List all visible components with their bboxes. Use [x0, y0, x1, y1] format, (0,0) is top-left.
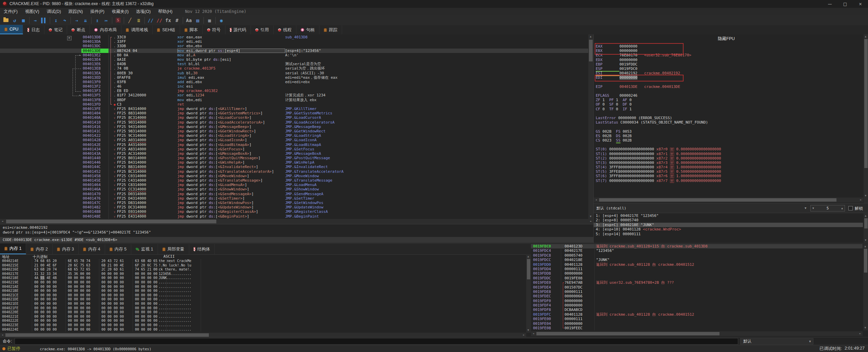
stack-row[interactable]: 0019FE08└0019FEEC — [531, 326, 863, 330]
menu-item[interactable]: 插件(P) — [86, 9, 108, 15]
spinner-down-icon[interactable]: ▼ — [811, 207, 816, 210]
dump-byte[interactable]: 00 — [107, 315, 112, 318]
argument-row[interactable]: 5: [esp+14] 00000111 — [594, 232, 863, 236]
disasm-row[interactable]: 004013D8┌.33C0xor eax,eaxsub_4013D8 — [0, 35, 588, 39]
breakpoint-icon[interactable]: ● — [114, 103, 115, 106]
dump-row[interactable]: 004021CE00 00 00 0000 00 00 0000 00 00 0… — [0, 293, 526, 298]
dump-byte[interactable]: 00 — [114, 328, 118, 331]
dump-byte[interactable]: 00 — [114, 280, 118, 284]
register-line[interactable]: GS 002B FS 0053 — [594, 129, 858, 134]
dump-byte[interactable]: 00 — [68, 328, 72, 331]
dump-byte[interactable]: 63 — [135, 259, 139, 263]
dump-byte[interactable]: 00 — [68, 302, 72, 305]
arguments-vscrollbar[interactable]: ▲ ▼ — [864, 214, 868, 243]
dump-byte[interactable]: 74 — [53, 267, 57, 271]
dump-byte[interactable]: 00 — [135, 289, 139, 293]
dump-byte[interactable]: 33 — [46, 272, 51, 276]
dump-tab-内存 1[interactable]: 内存 1 — [0, 243, 26, 254]
dump-byte[interactable]: 00 — [120, 272, 124, 276]
dump-row[interactable]: 0040221E00 00 00 0000 00 00 0000 00 00 0… — [0, 315, 526, 319]
dump-byte[interactable]: 74 — [135, 267, 139, 271]
disasm-row[interactable]: 0040146A∨FF25 CC314000jmp dword ptr ds:[… — [0, 187, 588, 191]
disasm-row[interactable]: 004013F3│.EB EDjmp crackme.4013E2 — [0, 89, 588, 93]
hide-fpu-button[interactable]: 隐藏FPU — [718, 36, 735, 42]
minimize-button[interactable]: — — [822, 0, 837, 8]
disasm-row[interactable]: 004013DA│.33FFxor edi,edi — [0, 39, 588, 44]
dump-byte[interactable]: 00 — [147, 297, 151, 301]
disasm-row[interactable]: 00401416∨FF25 94314000jmp dword ptr ds:[… — [0, 125, 588, 129]
stack-row[interactable]: 0019FDCC0040218E"JUNK" — [531, 258, 863, 262]
dump-byte[interactable]: 00 — [80, 293, 84, 297]
dump-byte[interactable]: 00 — [74, 328, 78, 331]
register-line[interactable]: ST(5) 3FFE8000000000000000 x87r5 空 0.500… — [594, 169, 858, 174]
dump-byte[interactable]: 6F — [135, 263, 139, 267]
dump-tab-局部变量[interactable]: 局部变量 — [158, 244, 189, 254]
dump-byte[interactable]: 00 — [120, 328, 124, 331]
dump-byte[interactable]: 21 — [107, 263, 112, 267]
register-line[interactable]: CS 0023 SS 002B — [594, 138, 858, 143]
dump-byte[interactable]: 6D — [114, 267, 118, 271]
dump-byte[interactable]: 00 — [101, 306, 105, 310]
disasm-row[interactable]: 00401434∨FF25 A8314000jmp dword ptr ds:[… — [0, 147, 588, 151]
dump-row[interactable]: 0040215E21 00 4E 6F20 6C 75 636B 21 00 4… — [0, 263, 526, 268]
dump-row[interactable]: 0040217E31 32 33 3435 36 00 0000 00 00 0… — [0, 272, 526, 276]
register-line[interactable]: ESP0019FDC0 — [594, 67, 858, 71]
dump-byte[interactable]: 00 — [68, 285, 72, 289]
dump-vscrollbar[interactable]: ▲ ▼ — [526, 254, 531, 333]
dump-byte[interactable]: 00 — [53, 328, 57, 331]
dump-byte[interactable]: 31 — [34, 272, 38, 276]
dump-byte[interactable]: 00 — [74, 319, 78, 322]
calculator-icon[interactable]: ▦ — [205, 16, 214, 24]
dump-byte[interactable]: 00 — [120, 289, 124, 293]
stack-row[interactable]: 0019FE00│00000111 — [531, 317, 863, 321]
dump-byte[interactable]: 00 — [80, 302, 84, 305]
disasm-row[interactable]: 0040140A∨FF25 8C314000jmp dword ptr ds:[… — [0, 115, 588, 120]
dump-byte[interactable]: 00 — [101, 289, 105, 293]
argument-row[interactable]: 2: [esp+8] 00005740 — [594, 218, 863, 222]
dump-byte[interactable]: 00 — [80, 306, 84, 310]
tab-内存布局[interactable]: 内存布局 — [90, 25, 121, 34]
dump-byte[interactable]: 00 — [101, 315, 105, 318]
hash-icon[interactable]: # — [173, 16, 181, 24]
disasm-row[interactable]: 004013DE│.8B7424 04mov esi,dword ptr ss:… — [0, 49, 588, 53]
dump-byte[interactable]: 00 — [101, 328, 105, 331]
dump-byte[interactable]: 00 — [46, 328, 51, 331]
dump-byte[interactable]: 00 — [46, 297, 51, 301]
dump-byte[interactable]: 00 — [40, 328, 44, 331]
dump-byte[interactable]: 00 — [101, 302, 105, 305]
dump-byte[interactable]: 00 — [34, 323, 38, 327]
dump-byte[interactable]: 00 — [107, 285, 112, 289]
dump-byte[interactable]: 00 — [107, 280, 112, 284]
register-line[interactable] — [594, 143, 858, 147]
dump-byte[interactable]: 35 — [68, 272, 72, 276]
dump-byte[interactable]: 00 — [141, 310, 145, 314]
stack-row[interactable]: 0019FDD400000111 — [531, 267, 863, 271]
register-line[interactable]: EFLAGS00000246 — [594, 93, 858, 98]
dump-byte[interactable]: 00 — [40, 310, 44, 314]
dump-byte[interactable]: 00 — [147, 328, 151, 331]
restart-icon[interactable]: ↺ — [10, 16, 19, 24]
disasm-row[interactable]: 00401470∨FF25 D0314000jmp dword ptr ds:[… — [0, 192, 588, 196]
dump-byte[interactable]: 20 — [141, 263, 145, 267]
dump-byte[interactable]: 00 — [40, 289, 44, 293]
dump-byte[interactable]: 4E — [46, 276, 51, 280]
disasm-row[interactable]: 004013DC│.33DBxor ebx,ebx — [0, 44, 588, 48]
dump-byte[interactable]: 6B — [101, 263, 105, 267]
dump-byte[interactable]: 00 — [53, 306, 57, 310]
disasm-row[interactable]: 004013FD└●C3ret — [0, 102, 588, 107]
run-icon[interactable]: → — [31, 16, 40, 24]
disasm-row[interactable]: 00401458∨FF25 C0314000jmp dword ptr ds:[… — [0, 174, 588, 178]
registers-hscrollbar[interactable]: ◄ ► — [594, 198, 863, 202]
argument-row[interactable]: 4: [esp+10] 00401128 <crackme.WndProc> — [594, 227, 863, 231]
pause-icon[interactable]: ▌▌ — [40, 16, 48, 24]
dump-byte[interactable]: 00 — [135, 285, 139, 289]
registers-panel[interactable]: 隐藏FPU EAX00000000EBX00000000ECX76E80170 … — [593, 34, 868, 203]
execute-till-return-icon[interactable]: ⇊ — [81, 16, 90, 24]
menu-item[interactable]: 调试(D) — [43, 9, 65, 15]
dump-byte[interactable]: 00 — [86, 302, 90, 305]
dump-byte[interactable]: 55 — [40, 276, 44, 280]
disasm-row[interactable]: 00401446∨FF25 B4314000jmp dword ptr ds:[… — [0, 160, 588, 165]
tab-线程[interactable]: 线程 — [274, 25, 296, 34]
dump-byte[interactable]: 00 — [46, 302, 51, 305]
menu-item[interactable]: 选项(O) — [132, 9, 154, 15]
